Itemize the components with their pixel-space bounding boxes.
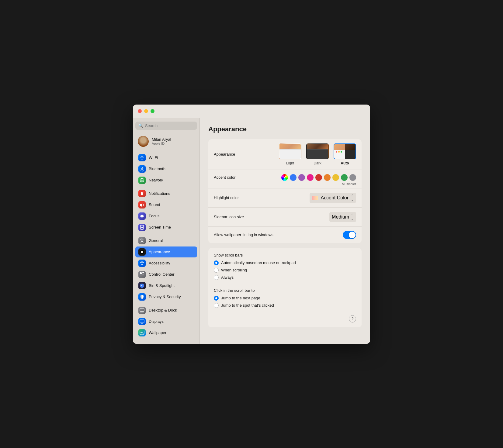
scroll-radio-always-label: Always [221,275,234,280]
search-box[interactable]: 🔍 [135,122,197,130]
click-scroll-options: Jump to the next page Jump to the spot t… [214,296,356,308]
sidebar-item-bluetooth[interactable]: Bluetooth [135,164,197,174]
sidebar-size-value: Medium [332,214,349,220]
scroll-radio-scrolling-label: When scrolling [221,268,247,272]
svg-rect-18 [140,312,144,312]
siri-icon [138,282,146,289]
title-bar [133,105,370,118]
scroll-radio-auto[interactable]: Automatically based on mouse or trackpad [214,260,356,265]
svg-point-6 [141,240,143,242]
close-button[interactable] [138,109,142,113]
accent-swatch-green[interactable] [341,174,348,181]
sidebar-item-controlcenter[interactable]: Control Center [135,269,197,280]
scroll-radio-auto-circle [214,260,219,265]
accent-swatch-purple[interactable] [298,174,305,181]
svg-point-7 [140,239,144,243]
wifi-icon [138,154,146,161]
scroll-radio-always[interactable]: Always [214,275,356,280]
settings-card-appearance: Appearance [208,139,362,243]
sidebar-section-system: Notifications Sound [135,188,197,233]
sidebar-size-chevron-icon: ⌃⌄ [351,213,354,221]
content-area: 🔍 Milan Aryal Apple ID [133,118,370,344]
click-scroll-title: Click in the scroll bar to [214,288,356,293]
scroll-radio-auto-label: Automatically based on mouse or trackpad [221,260,296,265]
wallpaper-tinting-toggle[interactable] [343,231,356,239]
accent-wrapper-multicolor [281,174,288,181]
sidebar-item-general[interactable]: General [135,235,197,246]
accent-swatch-blue[interactable] [290,174,297,181]
click-radio-nextpage-label: Jump to the next page [221,296,260,300]
accent-swatch-yellow[interactable] [332,174,339,181]
minimize-button[interactable] [144,109,148,113]
search-input[interactable] [145,123,194,128]
highlight-chevron-icon: ⌃⌄ [351,194,354,202]
sidebar-item-accessibility-label: Accessibility [149,261,170,265]
sidebar-item-network[interactable]: Network [135,175,197,186]
sidebar-section-network: Wi-Fi Bluetooth [135,152,197,186]
controlcenter-icon [138,271,146,278]
sidebar-item-screentime[interactable]: Screen Time [135,222,197,233]
sidebar-item-displays-label: Displays [149,319,164,324]
sidebar-item-screentime-label: Screen Time [149,225,171,229]
click-radio-spot-circle [214,303,219,308]
accent-swatch-graphite[interactable] [349,174,356,181]
svg-rect-14 [140,275,144,275]
sidebar-item-wifi[interactable]: Wi-Fi [135,152,197,163]
scroll-radio-scrolling[interactable]: When scrolling [214,268,356,273]
maximize-button[interactable] [151,109,154,113]
user-profile[interactable]: Milan Aryal Apple ID [135,134,197,149]
svg-point-4 [143,191,144,193]
sidebar-item-accessibility[interactable]: Accessibility [135,258,197,269]
appearance-option-auto[interactable]: Auto [334,143,356,165]
accent-swatch-pink[interactable] [307,174,314,181]
sidebar-icon-size-control: Medium ⌃⌄ [329,212,356,222]
sidebar-item-displays[interactable]: Displays [135,316,197,327]
accessibility-icon [138,260,146,267]
appearance-option-light[interactable]: Light [279,143,301,165]
help-button[interactable]: ? [349,315,356,322]
search-icon: 🔍 [138,123,143,128]
toggle-knob [349,232,356,238]
svg-rect-15 [140,276,143,276]
click-radio-nextpage[interactable]: Jump to the next page [214,296,356,301]
sidebar-item-focus[interactable]: Focus [135,211,197,222]
appearance-label-dark: Dark [314,161,321,165]
sidebar: 🔍 Milan Aryal Apple ID [133,118,200,344]
sidebar-item-privacy-label: Privacy & Security [149,295,181,299]
sidebar-item-siri[interactable]: Siri & Spotlight [135,280,197,291]
sidebar-icon-size-row: Sidebar icon size Medium ⌃⌄ [208,208,362,227]
appearance-option-dark[interactable]: Dark [306,143,329,165]
scroll-radio-always-circle [214,275,219,280]
sidebar-item-sound[interactable]: Sound [135,199,197,210]
general-icon [138,237,146,244]
sidebar-item-wallpaper[interactable]: Wallpaper [135,327,197,338]
sidebar-item-privacy[interactable]: Privacy & Security [135,291,197,302]
svg-rect-19 [140,320,144,323]
highlight-color-label: Highlight color [214,195,310,200]
sidebar-size-select[interactable]: Medium ⌃⌄ [329,212,356,222]
sidebar-item-appearance[interactable]: Appearance [135,246,197,257]
click-radio-spot[interactable]: Jump to the spot that's clicked [214,303,356,308]
accent-swatch-red[interactable] [315,174,322,181]
sidebar-item-notifications[interactable]: Notifications [135,188,197,199]
page-title: Appearance [208,125,362,133]
svg-point-10 [142,261,143,262]
multicolor-label: Multicolor [342,182,356,186]
accent-swatch-multicolor[interactable] [281,174,288,181]
svg-rect-17 [140,308,144,311]
bluetooth-icon [138,165,146,173]
scroll-bars-card: Show scroll bars Automatically based on … [208,248,362,327]
focus-icon [138,212,146,220]
highlight-preview [312,196,318,200]
svg-point-9 [141,251,143,253]
highlight-color-select[interactable]: Accent Color ⌃⌄ [310,193,356,203]
appearance-row-label: Appearance [214,152,279,157]
click-radio-spot-label: Jump to the spot that's clicked [221,303,274,308]
accent-swatch-orange[interactable] [324,174,331,181]
sidebar-item-desktopdock[interactable]: Desktop & Dock [135,305,197,316]
scroll-radio-scrolling-circle [214,268,219,273]
separator [214,285,356,285]
sidebar-item-bluetooth-label: Bluetooth [149,167,165,171]
accent-color-swatches [281,174,356,181]
displays-icon [138,318,146,325]
